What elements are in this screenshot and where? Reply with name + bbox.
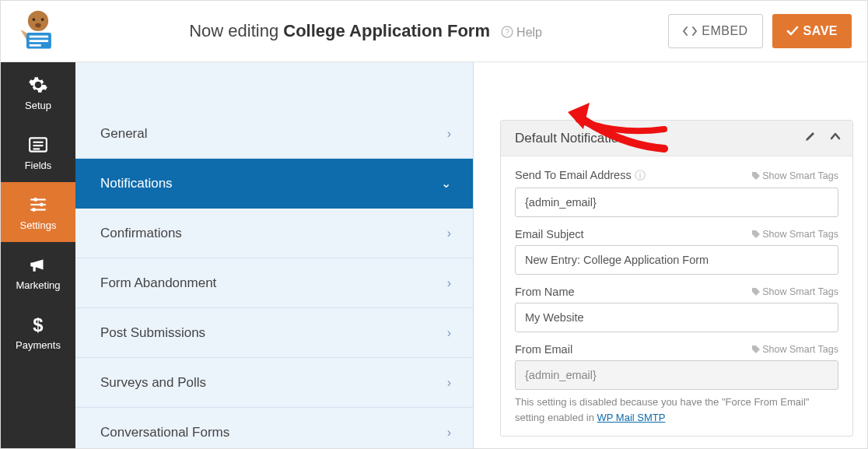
menu-notifications[interactable]: Notifications ⌄: [75, 159, 473, 209]
chevron-right-icon: ›: [447, 127, 451, 141]
svg-rect-7: [30, 44, 41, 47]
side-nav-payments[interactable]: $ Payments: [1, 302, 75, 362]
form-name: College Application Form: [283, 21, 490, 40]
editing-title: Now editing College Application Form ?He…: [75, 21, 656, 41]
field-from-email: From Email Show Smart Tags This setting …: [515, 343, 838, 425]
panel-header: Default Notification: [501, 121, 852, 156]
sliders-icon: [28, 195, 48, 215]
chevron-right-icon: ›: [447, 226, 451, 240]
gear-icon: [28, 75, 48, 95]
from-email-input: [515, 360, 838, 390]
edit-icon[interactable]: [804, 130, 817, 146]
menu-form-abandonment[interactable]: Form Abandonment ›: [75, 258, 473, 308]
editing-prefix: Now editing: [189, 21, 283, 40]
save-button[interactable]: SAVE: [772, 14, 852, 48]
svg-rect-6: [30, 40, 48, 42]
collapse-icon[interactable]: [829, 130, 842, 146]
chevron-right-icon: ›: [447, 326, 451, 340]
chevron-right-icon: ›: [447, 276, 451, 290]
settings-menu: General › Notifications ⌄ Confirmations …: [75, 109, 473, 449]
help-link[interactable]: ?Help: [501, 26, 542, 39]
side-nav-settings[interactable]: Settings: [1, 182, 75, 242]
menu-general[interactable]: General ›: [75, 109, 473, 159]
svg-point-2: [41, 18, 44, 21]
wpforms-logo: [1, 8, 75, 54]
svg-point-17: [40, 203, 44, 207]
wp-mail-smtp-link[interactable]: WP Mail SMTP: [597, 412, 666, 423]
menu-conversational-forms[interactable]: Conversational Forms ›: [75, 408, 473, 449]
check-icon: [786, 26, 799, 37]
side-nav-fields[interactable]: Fields: [1, 122, 75, 182]
help-icon: ?: [501, 26, 513, 41]
menu-post-submissions[interactable]: Post Submissions ›: [75, 308, 473, 358]
menu-confirmations[interactable]: Confirmations ›: [75, 209, 473, 258]
show-smart-tags[interactable]: Show Smart Tags: [751, 229, 838, 240]
chevron-down-icon: ⌄: [441, 176, 451, 191]
svg-point-15: [33, 198, 37, 202]
field-email-subject: Email Subject Show Smart Tags: [515, 228, 838, 275]
field-send-to: Send To Email Addressⓘ Show Smart Tags: [515, 169, 838, 217]
side-nav: Setup Fields Settings Marketing $ Paymen…: [1, 62, 75, 448]
embed-button[interactable]: EMBED: [668, 14, 762, 48]
svg-text:?: ?: [505, 28, 509, 37]
tag-icon: [751, 171, 761, 181]
code-icon: [683, 26, 697, 37]
help-icon[interactable]: ⓘ: [635, 169, 646, 181]
from-email-note: This setting is disabled because you hav…: [515, 395, 838, 425]
show-smart-tags[interactable]: Show Smart Tags: [751, 286, 838, 297]
dollar-icon: $: [30, 314, 47, 335]
show-smart-tags[interactable]: Show Smart Tags: [751, 344, 838, 355]
notification-panel: Default Notification Send To Email Addre…: [500, 120, 853, 437]
svg-text:$: $: [33, 314, 43, 335]
side-nav-setup[interactable]: Setup: [1, 62, 75, 122]
tag-icon: [751, 230, 761, 239]
from-name-input[interactable]: [515, 303, 838, 332]
top-bar: Now editing College Application Form ?He…: [1, 1, 867, 62]
send-to-input[interactable]: [515, 188, 838, 217]
svg-point-3: [35, 23, 41, 28]
svg-point-1: [33, 18, 36, 21]
show-smart-tags[interactable]: Show Smart Tags: [751, 170, 838, 181]
menu-surveys-polls[interactable]: Surveys and Polls ›: [75, 358, 473, 408]
tag-icon: [751, 345, 761, 354]
list-icon: [28, 135, 48, 155]
field-from-name: From Name Show Smart Tags: [515, 286, 838, 332]
chevron-right-icon: ›: [447, 376, 451, 390]
megaphone-icon: [28, 254, 48, 275]
tag-icon: [751, 287, 761, 296]
svg-point-0: [28, 11, 48, 31]
side-nav-marketing[interactable]: Marketing: [1, 242, 75, 302]
svg-point-19: [32, 208, 36, 212]
svg-rect-5: [30, 36, 48, 38]
panel-title: Default Notification: [515, 131, 626, 146]
chevron-right-icon: ›: [447, 426, 451, 440]
email-subject-input[interactable]: [515, 245, 838, 275]
